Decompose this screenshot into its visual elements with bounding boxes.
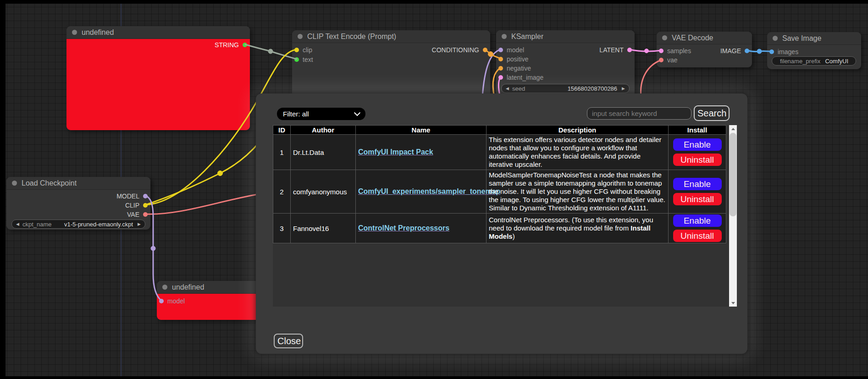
node-collapse-dot-icon[interactable] [502,34,507,39]
string-port-dot-icon[interactable] [294,57,299,62]
node-load-checkpoint[interactable]: Load Checkpoint MODEL CLIP VAE ◀ ckpt_na… [6,177,150,230]
prev-arrow-icon[interactable]: ◀ [16,222,19,226]
node-title-bar[interactable]: undefined [157,281,267,294]
enable-button[interactable]: Enable [673,214,722,227]
latent-port-dot-icon[interactable] [498,75,503,80]
search-input[interactable] [587,107,691,120]
output-port-clip[interactable]: CLIP [125,201,148,209]
uninstall-button[interactable]: Uninstall [673,193,722,205]
output-port-vae[interactable]: VAE [127,210,148,218]
table-row: 3 Fannovel16 ControlNet Preprocessors Co… [273,214,726,243]
filter-select[interactable]: Filter: all [277,108,365,120]
cell-id: 2 [273,170,291,214]
input-port-positive[interactable]: positive [498,55,528,63]
input-port-text[interactable]: text [294,55,313,63]
seed-widget[interactable]: ◀ seed 156680208700286 ▶ [501,84,630,93]
canvas-edge [0,0,868,4]
decrement-arrow-icon[interactable]: ◀ [506,86,509,91]
extension-link[interactable]: ControlNet Preprocessors [358,224,449,232]
install-custom-nodes-dialog: Filter: all Search ID Author Name Descri… [256,93,747,354]
filter-value: Filter: all [283,110,309,118]
cell-author: comfyanonymous [291,170,356,214]
node-vae-decode[interactable]: VAE Decode samples vae IMAGE [657,32,752,67]
widget-value: v1-5-pruned-emaonly.ckpt [64,221,133,228]
input-port-model[interactable]: model [498,46,524,54]
node-title-bar[interactable]: CLIP Text Encode (Prompt) [292,30,490,43]
extension-link[interactable]: ComfyUI_experiments/sampler_tonemap [358,187,500,195]
col-header-author: Author [291,126,356,135]
table-header-row: ID Author Name Description Install [273,126,726,135]
scroll-down-arrow-icon [731,302,735,304]
output-port-string[interactable]: STRING [215,41,247,49]
image-port-dot-icon[interactable] [769,49,774,54]
increment-arrow-icon[interactable]: ▶ [622,86,625,91]
node-collapse-dot-icon[interactable] [12,181,17,186]
extension-link[interactable]: ComfyUI Impact Pack [358,148,433,156]
cell-description: ControlNet Preprocessors. (To use this e… [487,214,669,243]
conditioning-port-dot-icon[interactable] [498,57,503,61]
node-title-bar[interactable]: undefined [66,26,250,39]
enable-button[interactable]: Enable [673,138,722,151]
input-port-negative[interactable]: negative [498,64,531,72]
input-port-clip[interactable]: clip [294,46,312,54]
node-undefined-top[interactable]: undefined STRING [66,26,250,130]
node-title-bar[interactable]: Load Checkpoint [6,177,150,190]
cell-author: Dr.Lt.Data [291,135,356,170]
next-arrow-icon[interactable]: ▶ [138,222,141,226]
node-title-bar[interactable]: KSampler [496,30,635,43]
input-port-latent-image[interactable]: latent_image [498,73,543,81]
latent-port-dot-icon[interactable] [627,48,632,52]
search-button[interactable]: Search [694,105,730,121]
cell-description: ModelSamplerTonemapNoiseTest a node that… [487,170,669,214]
node-ksampler[interactable]: KSampler model positive negative latent_… [496,30,635,104]
table-scrollbar[interactable] [729,125,737,307]
uninstall-button[interactable]: Uninstall [673,230,722,242]
conditioning-port-dot-icon[interactable] [483,48,487,52]
output-port-latent[interactable]: LATENT [599,46,632,54]
output-port-image[interactable]: IMAGE [720,47,749,55]
uninstall-button[interactable]: Uninstall [673,154,722,166]
ckpt-name-widget[interactable]: ◀ ckpt_name v1-5-pruned-emaonly.ckpt ▶ [11,220,145,229]
model-port-dot-icon[interactable] [498,48,503,52]
image-port-dot-icon[interactable] [745,49,749,53]
vae-port-dot-icon[interactable] [143,212,148,217]
scroll-up-button[interactable] [729,125,737,132]
node-collapse-dot-icon[interactable] [298,34,303,39]
comfyui-canvas[interactable]: undefined STRING CLIP Text Encode (Promp… [0,0,868,379]
scrollbar-thumb[interactable] [730,133,736,216]
scroll-down-button[interactable] [729,299,737,307]
model-port-dot-icon[interactable] [159,299,164,303]
node-collapse-dot-icon[interactable] [662,35,667,40]
table-row: 1 Dr.Lt.Data ComfyUI Impact Pack This ex… [273,135,726,170]
node-collapse-dot-icon[interactable] [72,30,77,35]
model-port-dot-icon[interactable] [143,194,148,198]
cell-name: ComfyUI_experiments/sampler_tonemap [356,170,487,214]
input-port-samples[interactable]: samples [659,47,691,55]
clip-port-dot-icon[interactable] [143,203,148,208]
string-port-dot-icon[interactable] [243,43,247,47]
input-port-vae[interactable]: vae [659,56,678,64]
filename-prefix-widget[interactable]: filename_prefix ComfyUI [772,56,856,66]
close-button[interactable]: Close [274,334,303,348]
output-port-model[interactable]: MODEL [116,192,148,200]
widget-name: filename_prefix [780,58,820,65]
node-collapse-dot-icon[interactable] [773,36,778,41]
widget-value: 156680208700286 [568,85,617,92]
latent-port-dot-icon[interactable] [659,49,663,53]
node-title-bar[interactable]: VAE Decode [657,32,752,44]
cell-install: Enable Uninstall [669,135,726,170]
conditioning-port-dot-icon[interactable] [498,66,503,71]
node-collapse-dot-icon[interactable] [162,285,167,290]
input-port-model[interactable]: model [159,297,185,305]
enable-button[interactable]: Enable [673,178,722,190]
cell-name: ComfyUI Impact Pack [356,135,487,170]
output-port-conditioning[interactable]: CONDITIONING [432,46,487,54]
clip-port-dot-icon[interactable] [294,48,299,52]
cell-install: Enable Uninstall [669,170,726,214]
node-undefined-bottom[interactable]: undefined model [157,281,267,320]
input-port-images[interactable]: images [769,48,798,55]
node-title-bar[interactable]: Save Image [767,32,861,45]
node-save-image[interactable]: Save Image images filename_prefix ComfyU… [767,32,861,69]
col-header-install: Install [669,126,726,135]
vae-port-dot-icon[interactable] [659,58,663,62]
